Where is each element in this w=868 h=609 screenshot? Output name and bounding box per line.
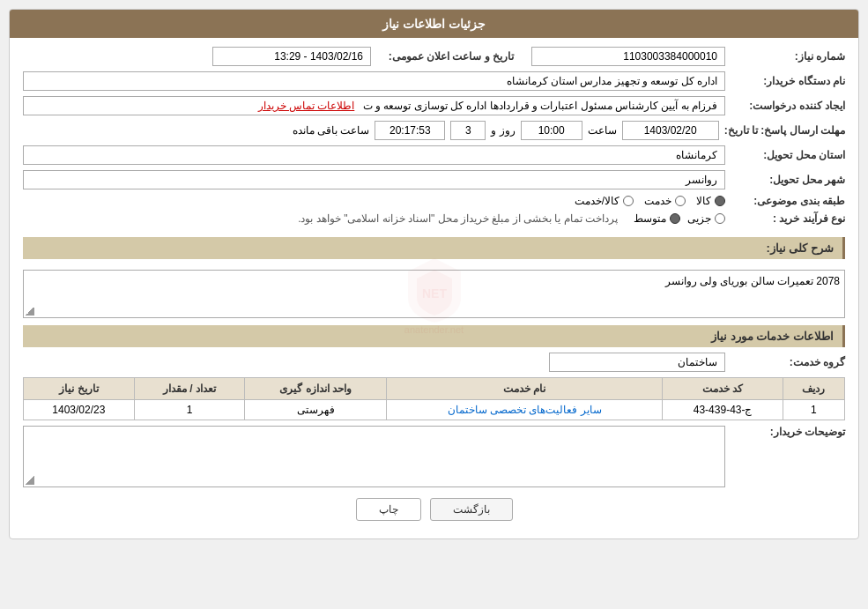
buyer-desc-row: توضیحات خریدار:	[23, 426, 845, 487]
buyer-desc-label: توضیحات خریدار:	[731, 426, 845, 438]
table-body: 1 ج-43-439-43 سایر فعالیت‌های تخصصی ساخت…	[24, 400, 845, 420]
province-label: استان محل تحویل:	[731, 149, 845, 161]
category-option-khedmat[interactable]: خدمت	[644, 195, 686, 207]
cell-qty: 1	[134, 400, 245, 420]
deadline-time: 10:00	[521, 121, 582, 140]
general-desc-title: شرح کلی نیاز:	[23, 237, 845, 259]
buyer-org-row: نام دستگاه خریدار: اداره کل توسعه و تجهی…	[23, 71, 845, 91]
table-header: ردیف کد خدمت نام خدمت واحد اندازه گیری ت…	[24, 378, 845, 400]
process-option-jozii[interactable]: جزیی	[687, 212, 725, 225]
category-label: طبقه بندی موضوعی:	[731, 195, 845, 207]
resize-handle[interactable]	[26, 307, 34, 316]
process-radio-motavasset	[670, 213, 680, 224]
general-desc-section-title: شرح کلی نیاز:	[23, 230, 845, 264]
buyer-org-label: نام دستگاه خریدار:	[731, 75, 845, 87]
svg-text:NET: NET	[422, 286, 447, 301]
bottom-buttons: بازگشت چاپ	[23, 498, 845, 530]
cell-row: 1	[783, 400, 844, 420]
service-group-row: گروه خدمت: ساختمان	[23, 353, 845, 372]
province-row: استان محل تحویل: کرمانشاه	[23, 145, 845, 165]
page-wrapper: جزئیات اطلاعات نیاز شماره نیاز: 11030033…	[0, 0, 868, 609]
need-number-value: 1103003384000010	[531, 47, 725, 66]
table-row: 1 ج-43-439-43 سایر فعالیت‌های تخصصی ساخت…	[24, 400, 845, 420]
main-card: جزئیات اطلاعات نیاز شماره نیاز: 11030033…	[9, 9, 859, 539]
announce-datetime-value: 1403/02/16 - 13:29	[212, 47, 371, 66]
category-radio-kala	[715, 196, 725, 206]
deadline-days-label: روز و	[491, 124, 515, 137]
cell-unit: فهرستی	[245, 400, 387, 420]
general-desc-area: 2078 تعمیرات سالن بوریای ولی روانسر NET …	[23, 270, 845, 318]
category-option-kala-khedmat[interactable]: کالا/خدمت	[575, 195, 634, 207]
services-section-title: اطلاعات خدمات مورد نیاز	[23, 325, 845, 347]
watermark-area: NET anatender.net	[404, 254, 465, 335]
category-radio-khedmat	[675, 196, 686, 206]
col-header-date: تاریخ نیاز	[24, 378, 135, 400]
cell-code: ج-43-439-43	[663, 400, 783, 420]
col-header-unit: واحد اندازه گیری	[245, 378, 387, 400]
col-header-name: نام خدمت	[387, 378, 663, 400]
back-button[interactable]: بازگشت	[430, 498, 513, 521]
category-label-kala: کالا	[696, 195, 711, 207]
deadline-time-label: ساعت	[588, 124, 617, 137]
city-value: روانسر	[23, 170, 725, 189]
process-type-row: نوع فرآیند خرید : جزیی متوسط پرداخت تمام…	[23, 212, 845, 225]
category-label-kala-khedmat: کالا/خدمت	[575, 195, 619, 207]
cell-name[interactable]: سایر فعالیت‌های تخصصی ساختمان	[387, 400, 663, 420]
deadline-date: 1403/02/20	[622, 121, 719, 140]
cell-date: 1403/02/23	[24, 400, 135, 420]
buyer-desc-resize-handle[interactable]	[26, 476, 34, 485]
deadline-label: مهلت ارسال پاسخ: تا تاریخ:	[724, 124, 845, 137]
process-radio-jozii	[715, 213, 725, 224]
deadline-days: 3	[450, 121, 486, 140]
creator-value: فرزام به آیین کارشناس مسئول اعتبارات و ق…	[23, 96, 725, 115]
creator-label: ایجاد کننده درخواست:	[731, 100, 845, 112]
deadline-row: مهلت ارسال پاسخ: تا تاریخ: 1403/02/20 سا…	[23, 121, 845, 140]
category-radio-kala-khedmat	[623, 196, 634, 206]
service-group-label: گروه خدمت:	[731, 356, 845, 368]
creator-row: ایجاد کننده درخواست: فرزام به آیین کارشن…	[23, 96, 845, 115]
card-body: شماره نیاز: 1103003384000010 تاریخ و ساع…	[10, 38, 858, 538]
buyer-org-value: اداره کل توسعه و تجهیز مدارس استان کرمان…	[23, 71, 725, 91]
print-button[interactable]: چاپ	[356, 498, 421, 521]
process-label-jozii: جزیی	[687, 212, 711, 225]
announce-datetime-label: تاریخ و ساعت اعلان عمومی:	[376, 50, 526, 63]
creator-link[interactable]: اطلاعات تماس خریدار	[258, 100, 355, 112]
card-header: جزئیات اطلاعات نیاز	[10, 10, 858, 38]
category-option-kala[interactable]: کالا	[696, 195, 725, 207]
buyer-desc-box	[23, 426, 725, 487]
creator-text: فرزام به آیین کارشناس مسئول اعتبارات و ق…	[363, 100, 717, 112]
process-label-motavasset: متوسط	[634, 212, 666, 225]
general-desc-value: 2078 تعمیرات سالن بوریای ولی روانسر NET …	[23, 270, 845, 318]
process-options: جزیی متوسط پرداخت تمام یا بخشی از مبلغ خ…	[298, 212, 725, 225]
services-table: ردیف کد خدمت نام خدمت واحد اندازه گیری ت…	[23, 377, 845, 420]
deadline-remaining: 20:17:53	[375, 121, 445, 140]
process-option-row1: جزیی متوسط پرداخت تمام یا بخشی از مبلغ خ…	[298, 212, 725, 225]
process-selected-text: پرداخت تمام یا بخشی از مبلغ خریداز محل "…	[298, 212, 618, 225]
category-row: طبقه بندی موضوعی: کالا خدمت کالا/خدمت	[23, 195, 845, 207]
process-label: نوع فرآیند خرید :	[731, 212, 845, 225]
category-radio-group: کالا خدمت کالا/خدمت	[575, 195, 725, 207]
province-value: کرمانشاه	[23, 145, 725, 165]
process-option-motavasset[interactable]: متوسط	[634, 212, 680, 225]
deadline-remaining-label: ساعت باقی مانده	[293, 124, 370, 137]
need-number-row: شماره نیاز: 1103003384000010 تاریخ و ساع…	[23, 47, 845, 66]
service-group-value: ساختمان	[549, 353, 725, 372]
table-header-row: ردیف کد خدمت نام خدمت واحد اندازه گیری ت…	[24, 378, 845, 400]
page-title: جزئیات اطلاعات نیاز	[382, 17, 486, 31]
city-row: شهر محل تحویل: روانسر	[23, 170, 845, 189]
col-header-qty: تعداد / مقدار	[134, 378, 245, 400]
category-label-khedmat: خدمت	[644, 195, 671, 207]
col-header-code: کد خدمت	[663, 378, 783, 400]
city-label: شهر محل تحویل:	[731, 174, 845, 186]
need-number-label: شماره نیاز:	[731, 50, 845, 63]
col-header-row: ردیف	[783, 378, 844, 400]
